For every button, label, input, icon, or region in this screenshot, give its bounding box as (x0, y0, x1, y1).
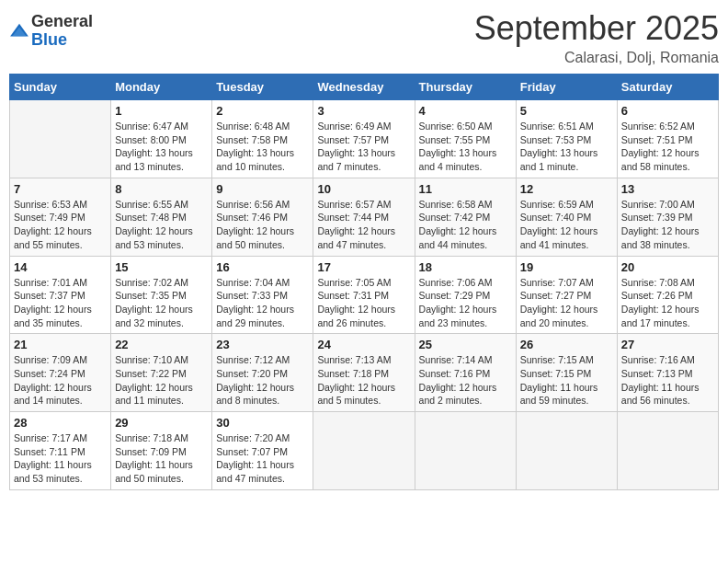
calendar-week-4: 28Sunrise: 7:17 AMSunset: 7:11 PMDayligh… (10, 412, 719, 490)
calendar-cell: 21Sunrise: 7:09 AMSunset: 7:24 PMDayligh… (10, 334, 111, 412)
calendar-cell (617, 412, 718, 490)
month-title: September 2025 (474, 9, 719, 48)
day-number: 19 (520, 260, 613, 274)
day-info: Sunrise: 6:49 AMSunset: 7:57 PMDaylight:… (317, 120, 410, 174)
day-info: Sunrise: 7:18 AMSunset: 7:09 PMDaylight:… (115, 431, 208, 486)
calendar-week-3: 21Sunrise: 7:09 AMSunset: 7:24 PMDayligh… (10, 334, 719, 412)
day-info: Sunrise: 7:04 AMSunset: 7:33 PMDaylight:… (216, 276, 309, 330)
day-number: 21 (14, 338, 107, 351)
day-info: Sunrise: 7:06 AMSunset: 7:29 PMDaylight:… (419, 276, 512, 330)
day-info: Sunrise: 6:50 AMSunset: 7:55 PMDaylight:… (419, 120, 512, 174)
day-info: Sunrise: 7:17 AMSunset: 7:11 PMDaylight:… (14, 431, 107, 486)
day-number: 15 (115, 260, 208, 274)
calendar-cell: 8Sunrise: 6:55 AMSunset: 7:48 PMDaylight… (111, 178, 212, 256)
calendar-cell: 29Sunrise: 7:18 AMSunset: 7:09 PMDayligh… (111, 412, 212, 490)
day-number: 23 (216, 338, 309, 351)
day-number: 4 (419, 104, 512, 118)
calendar-cell: 10Sunrise: 6:57 AMSunset: 7:44 PMDayligh… (313, 178, 415, 256)
day-number: 22 (115, 338, 208, 351)
day-number: 17 (317, 260, 410, 274)
day-info: Sunrise: 6:53 AMSunset: 7:49 PMDaylight:… (14, 198, 107, 252)
calendar-cell: 14Sunrise: 7:01 AMSunset: 7:37 PMDayligh… (10, 256, 111, 334)
day-number: 24 (317, 338, 410, 351)
calendar-cell: 23Sunrise: 7:12 AMSunset: 7:20 PMDayligh… (212, 334, 313, 412)
day-info: Sunrise: 7:15 AMSunset: 7:15 PMDaylight:… (520, 353, 613, 408)
header-cell-sunday: Sunday (10, 75, 111, 100)
day-info: Sunrise: 7:10 AMSunset: 7:22 PMDaylight:… (115, 353, 208, 408)
calendar-week-2: 14Sunrise: 7:01 AMSunset: 7:37 PMDayligh… (10, 256, 719, 334)
calendar-body: 1Sunrise: 6:47 AMSunset: 8:00 PMDaylight… (10, 100, 719, 490)
calendar-cell: 1Sunrise: 6:47 AMSunset: 8:00 PMDaylight… (111, 100, 212, 178)
calendar-cell: 27Sunrise: 7:16 AMSunset: 7:13 PMDayligh… (617, 334, 718, 412)
day-number: 28 (14, 416, 107, 430)
day-number: 18 (419, 260, 512, 274)
header-row: SundayMondayTuesdayWednesdayThursdayFrid… (10, 75, 719, 100)
calendar-cell: 9Sunrise: 6:56 AMSunset: 7:46 PMDaylight… (212, 178, 313, 256)
logo: General Blue (9, 13, 93, 50)
calendar-cell: 15Sunrise: 7:02 AMSunset: 7:35 PMDayligh… (111, 256, 212, 334)
day-number: 29 (115, 416, 208, 430)
logo-general-text: General (31, 13, 93, 31)
day-info: Sunrise: 7:05 AMSunset: 7:31 PMDaylight:… (317, 276, 410, 330)
day-number: 20 (621, 260, 714, 274)
day-number: 25 (419, 338, 512, 351)
calendar-cell: 13Sunrise: 7:00 AMSunset: 7:39 PMDayligh… (617, 178, 718, 256)
calendar-week-0: 1Sunrise: 6:47 AMSunset: 8:00 PMDaylight… (10, 100, 719, 178)
calendar-cell: 18Sunrise: 7:06 AMSunset: 7:29 PMDayligh… (415, 256, 516, 334)
day-info: Sunrise: 7:07 AMSunset: 7:27 PMDaylight:… (520, 276, 613, 330)
calendar-cell: 5Sunrise: 6:51 AMSunset: 7:53 PMDaylight… (516, 100, 617, 178)
calendar-cell: 22Sunrise: 7:10 AMSunset: 7:22 PMDayligh… (111, 334, 212, 412)
calendar-cell: 12Sunrise: 6:59 AMSunset: 7:40 PMDayligh… (516, 178, 617, 256)
header-cell-tuesday: Tuesday (212, 75, 313, 100)
day-number: 12 (520, 182, 613, 196)
calendar-cell: 26Sunrise: 7:15 AMSunset: 7:15 PMDayligh… (516, 334, 617, 412)
day-number: 10 (317, 182, 410, 196)
page-header: General Blue September 2025 Calarasi, Do… (9, 9, 719, 66)
day-info: Sunrise: 6:59 AMSunset: 7:40 PMDaylight:… (520, 198, 613, 252)
day-info: Sunrise: 7:16 AMSunset: 7:13 PMDaylight:… (621, 353, 714, 408)
day-number: 13 (621, 182, 714, 196)
calendar-cell (415, 412, 516, 490)
calendar-cell: 3Sunrise: 6:49 AMSunset: 7:57 PMDaylight… (313, 100, 415, 178)
day-number: 16 (216, 260, 309, 274)
day-info: Sunrise: 6:51 AMSunset: 7:53 PMDaylight:… (520, 120, 613, 174)
day-number: 9 (216, 182, 309, 196)
calendar-cell: 30Sunrise: 7:20 AMSunset: 7:07 PMDayligh… (212, 412, 313, 490)
day-number: 27 (621, 338, 714, 351)
calendar-cell: 24Sunrise: 7:13 AMSunset: 7:18 PMDayligh… (313, 334, 415, 412)
header-cell-wednesday: Wednesday (313, 75, 415, 100)
header-cell-saturday: Saturday (617, 75, 718, 100)
calendar-cell (313, 412, 415, 490)
day-info: Sunrise: 7:02 AMSunset: 7:35 PMDaylight:… (115, 276, 208, 330)
day-info: Sunrise: 6:57 AMSunset: 7:44 PMDaylight:… (317, 198, 410, 252)
calendar-cell: 2Sunrise: 6:48 AMSunset: 7:58 PMDaylight… (212, 100, 313, 178)
day-number: 14 (14, 260, 107, 274)
day-number: 11 (419, 182, 512, 196)
day-info: Sunrise: 6:55 AMSunset: 7:48 PMDaylight:… (115, 198, 208, 252)
day-info: Sunrise: 6:58 AMSunset: 7:42 PMDaylight:… (419, 198, 512, 252)
calendar-table: SundayMondayTuesdayWednesdayThursdayFrid… (9, 74, 719, 490)
day-info: Sunrise: 6:56 AMSunset: 7:46 PMDaylight:… (216, 198, 309, 252)
day-info: Sunrise: 7:20 AMSunset: 7:07 PMDaylight:… (216, 431, 309, 486)
day-number: 26 (520, 338, 613, 351)
day-info: Sunrise: 7:12 AMSunset: 7:20 PMDaylight:… (216, 353, 309, 408)
calendar-cell: 16Sunrise: 7:04 AMSunset: 7:33 PMDayligh… (212, 256, 313, 334)
day-number: 2 (216, 104, 309, 118)
day-number: 30 (216, 416, 309, 430)
day-info: Sunrise: 6:48 AMSunset: 7:58 PMDaylight:… (216, 120, 309, 174)
day-info: Sunrise: 7:01 AMSunset: 7:37 PMDaylight:… (14, 276, 107, 330)
calendar-cell: 17Sunrise: 7:05 AMSunset: 7:31 PMDayligh… (313, 256, 415, 334)
calendar-cell: 20Sunrise: 7:08 AMSunset: 7:26 PMDayligh… (617, 256, 718, 334)
day-number: 8 (115, 182, 208, 196)
header-cell-friday: Friday (516, 75, 617, 100)
calendar-cell: 19Sunrise: 7:07 AMSunset: 7:27 PMDayligh… (516, 256, 617, 334)
calendar-header: SundayMondayTuesdayWednesdayThursdayFrid… (10, 75, 719, 100)
day-number: 5 (520, 104, 613, 118)
calendar-cell: 4Sunrise: 6:50 AMSunset: 7:55 PMDaylight… (415, 100, 516, 178)
location-text: Calarasi, Dolj, Romania (474, 50, 719, 66)
logo-blue-text: Blue (31, 31, 93, 50)
day-number: 6 (621, 104, 714, 118)
day-number: 1 (115, 104, 208, 118)
logo-icon (9, 21, 29, 41)
calendar-cell: 28Sunrise: 7:17 AMSunset: 7:11 PMDayligh… (10, 412, 111, 490)
